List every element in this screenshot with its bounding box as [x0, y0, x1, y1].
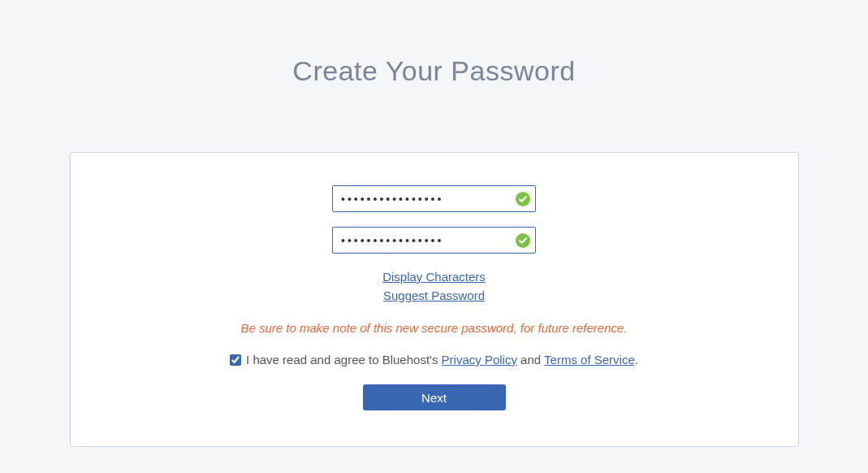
password-input[interactable]: [332, 185, 536, 212]
password-note: Be sure to make note of this new secure …: [103, 321, 766, 335]
agreement-row: I have read and agree to Bluehost's Priv…: [103, 353, 766, 367]
password-card: Display Characters Suggest Password Be s…: [70, 152, 799, 447]
suggest-password-link[interactable]: Suggest Password: [383, 287, 485, 306]
checkmark-icon: [515, 191, 531, 207]
agree-checkbox[interactable]: [230, 354, 241, 366]
agreement-suffix: .: [635, 353, 638, 367]
terms-of-service-link[interactable]: Terms of Service: [544, 353, 635, 367]
agreement-prefix: I have read and agree to Bluehost's: [246, 353, 442, 367]
agreement-text: I have read and agree to Bluehost's Priv…: [246, 353, 638, 367]
confirm-password-field-wrap: [332, 227, 536, 254]
privacy-policy-link[interactable]: Privacy Policy: [442, 353, 517, 367]
display-characters-link[interactable]: Display Characters: [382, 268, 486, 287]
checkmark-icon: [515, 232, 531, 249]
page-title: Create Your Password: [0, 0, 868, 119]
password-field-wrap: [332, 185, 536, 212]
agreement-middle: and: [517, 353, 544, 367]
next-button[interactable]: Next: [363, 384, 506, 410]
confirm-password-input[interactable]: [332, 227, 536, 254]
helper-links: Display Characters Suggest Password: [103, 268, 766, 305]
